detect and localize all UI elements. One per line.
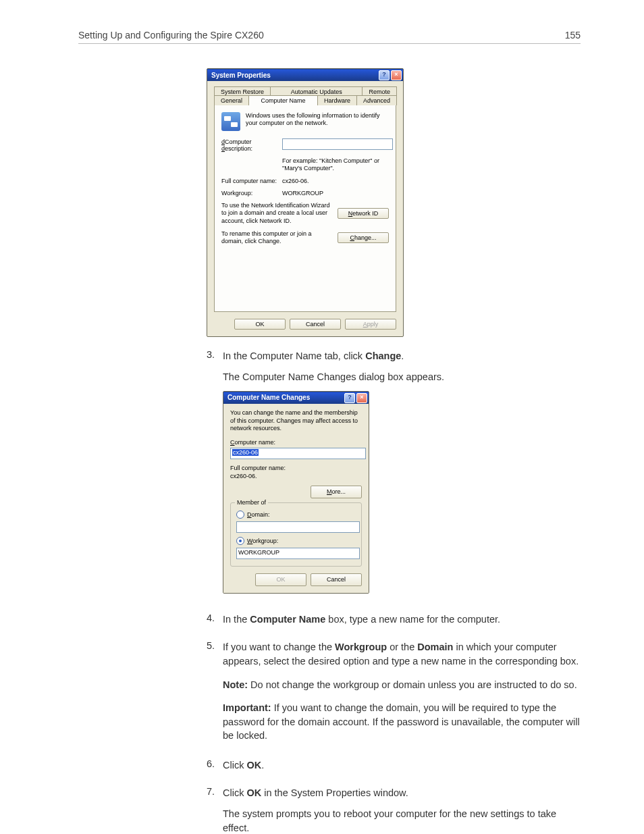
dialog2-intro: You can change the name and the membersh… [230,409,362,432]
step5-text: If you want to change the Workgroup or t… [223,640,581,669]
description-input[interactable] [282,138,393,150]
apply-button[interactable]: Apply [345,319,396,330]
computer-name-changes-dialog: Computer Name Changes ? × You can change… [223,391,369,594]
tab-general[interactable]: General [214,95,249,105]
dialog-title: System Properties [211,72,271,79]
info-text: Windows uses the following information t… [246,112,389,128]
wizard-text: To use the Network Identification Wizard… [221,202,332,225]
step-number: 4. [207,613,223,633]
workgroup-radio[interactable]: Workgroup: [236,537,356,546]
workgroup-value: WORKGROUP [282,190,323,197]
note-block: Note: Do not change the workgroup or dom… [223,678,581,692]
dialog2-titlebar: Computer Name Changes ? × [223,392,369,404]
step4-text: In the Computer Name box, type a new nam… [223,613,581,627]
step-number: 3. [207,349,223,606]
page-header: Setting Up and Configuring the Spire CX2… [78,30,581,44]
fullname-value: cx260-06. [282,178,309,184]
step7-text: Click OK in the System Properties window… [223,786,581,800]
ok-button[interactable]: OK [234,319,286,330]
network-id-button[interactable]: Network ID [338,208,389,219]
step6-text: Click OK. [223,758,581,773]
cancel-button[interactable]: Cancel [290,319,341,330]
fullname2-label: Full computer name: [230,465,362,472]
domain-radio[interactable]: Domain: [236,511,356,519]
fullname-label: Full computer name: [221,178,282,184]
rename-text: To rename this computer or join a domain… [221,230,332,246]
workgroup-label: Workgroup: [221,190,282,197]
fullname2-value: cx260-06. [230,473,362,480]
step3-text: In the Computer Name tab, click Change. [223,349,581,363]
computer-name-input[interactable]: cx260-06 [230,448,366,459]
system-properties-dialog: System Properties ? × System Restore Aut… [207,68,404,337]
page-number: 155 [565,30,581,41]
cancel-button[interactable]: Cancel [311,573,362,586]
member-of-label: Member of [235,498,268,507]
help-icon[interactable]: ? [344,393,355,403]
step-number: 6. [207,758,223,779]
close-icon[interactable]: × [391,70,402,80]
close-icon[interactable]: × [356,393,367,403]
dialog2-title: Computer Name Changes [227,393,310,403]
step7-result: The system prompts you to reboot your co… [223,807,581,834]
tab-advanced[interactable]: Advanced [356,95,397,105]
ok-button[interactable]: OK [255,573,306,586]
dialog-titlebar: System Properties ? × [207,69,403,81]
step-number: 5. [207,640,223,752]
change-button[interactable]: Change... [338,232,389,243]
step-number: 7. [207,786,223,834]
tab-hardware[interactable]: Hardware [317,95,357,105]
step3-result: The Computer Name Changes dialog box app… [223,370,581,384]
help-icon[interactable]: ? [379,70,390,80]
desc-hint: For example: "Kitchen Computer" or "Mary… [282,157,389,173]
desc-label: dComputer description:Computer descripti… [221,138,282,152]
tab-computer-name[interactable]: Computer Name [248,95,318,105]
cname-label: Computer name: [230,439,362,446]
workgroup-input[interactable]: WORKGROUP [236,548,360,559]
more-button[interactable]: More... [311,486,362,498]
computer-icon [221,112,240,131]
domain-input[interactable] [236,521,360,533]
header-title: Setting Up and Configuring the Spire CX2… [78,30,264,41]
important-block: Important: If you want to change the dom… [223,701,581,742]
